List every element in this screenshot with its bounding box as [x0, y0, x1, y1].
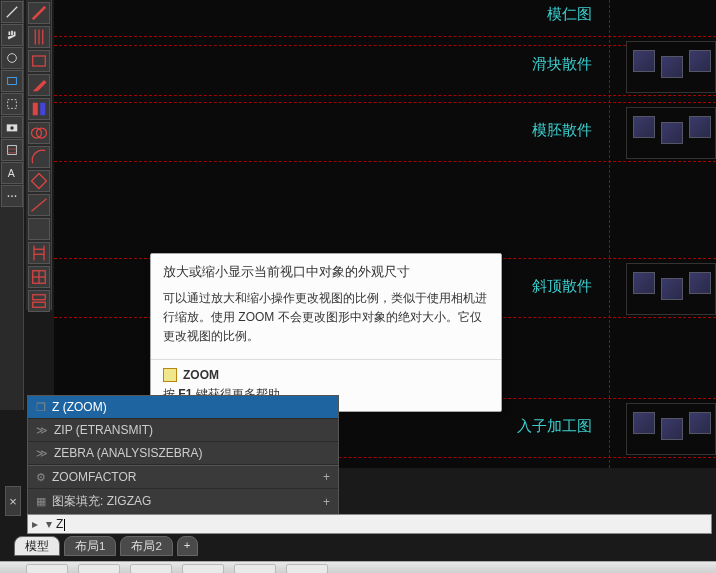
taskbar-item[interactable]	[182, 564, 224, 573]
svg-point-11	[11, 195, 13, 197]
svg-point-10	[8, 195, 10, 197]
cmd-dropdown-icon[interactable]: ▾	[42, 517, 56, 531]
svg-rect-18	[33, 103, 38, 116]
layout-tabs: 模型布局1布局2+	[14, 536, 198, 556]
section-label: 入子加工图	[517, 417, 592, 436]
tool2-pencil[interactable]	[28, 74, 50, 96]
tooltip-title: 放大或缩小显示当前视口中对象的外观尺寸	[151, 254, 501, 289]
layout-tab[interactable]: 布局1	[64, 536, 116, 556]
secondary-toolbar	[26, 0, 52, 310]
svg-text:A: A	[8, 167, 15, 179]
svg-rect-17	[33, 56, 46, 66]
hatch-icon: ▦	[36, 495, 46, 508]
chev-icon: ≫	[36, 424, 48, 437]
section-label: 模仁图	[547, 5, 592, 24]
svg-point-5	[10, 126, 14, 130]
tooltip-body: 可以通过放大和缩小操作更改视图的比例，类似于使用相机进行缩放。使用 ZOOM 不…	[151, 289, 501, 359]
tool-rect[interactable]	[1, 70, 23, 92]
layout-tab[interactable]: 布局2	[120, 536, 172, 556]
tool2-circles[interactable]	[28, 122, 50, 144]
autocomplete-label: Z (ZOOM)	[52, 400, 107, 414]
autocomplete-label: ZIP (ETRANSMIT)	[54, 423, 153, 437]
taskbar-item[interactable]	[26, 564, 68, 573]
command-tooltip: 放大或缩小显示当前视口中对象的外观尺寸 可以通过放大和缩小操作更改视图的比例，类…	[150, 253, 502, 412]
autocomplete-item[interactable]: ❒Z (ZOOM)	[28, 396, 338, 419]
close-icon: ×	[9, 494, 17, 509]
tool2-bars[interactable]	[28, 98, 50, 120]
autocomplete-item[interactable]: ⚙ZOOMFACTOR+	[28, 466, 338, 489]
tool-crop[interactable]	[1, 93, 23, 115]
taskbar-item[interactable]	[78, 564, 120, 573]
tool2-none[interactable]	[28, 218, 50, 240]
tool-hatch[interactable]	[1, 139, 23, 161]
tool-camera[interactable]	[1, 116, 23, 138]
expand-icon[interactable]: +	[323, 470, 330, 484]
chev-icon: ≫	[36, 447, 48, 460]
panel-close-handle[interactable]: ×	[5, 486, 21, 516]
svg-rect-3	[8, 100, 17, 109]
tool-hand[interactable]	[1, 24, 23, 46]
autocomplete-item[interactable]: ▦图案填充: ZIGZAG+	[28, 489, 338, 515]
zoom-command-icon	[163, 368, 177, 382]
svg-line-13	[33, 7, 46, 20]
cmd-prompt-icon: ▸	[28, 517, 42, 531]
svg-point-12	[15, 195, 17, 197]
section-label: 模胚散件	[532, 121, 592, 140]
command-autocomplete: ❒Z (ZOOM)≫ZIP (ETRANSMIT)≫ZEBRA (ANALYSI…	[27, 395, 339, 516]
layout-tab[interactable]: 模型	[14, 536, 60, 556]
os-taskbar	[0, 561, 716, 573]
drawing-section: 模胚散件	[54, 102, 716, 162]
section-label: 滑块散件	[532, 55, 592, 74]
svg-rect-30	[33, 295, 46, 300]
command-line[interactable]: ▸ ▾ Z	[27, 514, 712, 534]
autocomplete-label: ZEBRA (ANALYSISZEBRA)	[54, 446, 202, 460]
tool2-diamond[interactable]	[28, 170, 50, 192]
svg-point-1	[8, 54, 17, 63]
cmd-caret	[64, 519, 65, 531]
tool2-diag[interactable]	[28, 2, 50, 24]
drawing-thumbnail	[626, 41, 716, 93]
cube-icon: ❒	[36, 401, 46, 414]
svg-line-22	[32, 199, 47, 212]
tooltip-command: ZOOM	[183, 368, 219, 382]
drawing-thumbnail	[626, 403, 716, 455]
tool-line[interactable]	[1, 1, 23, 23]
tool2-vlines[interactable]	[28, 26, 50, 48]
tool2-bolt[interactable]	[28, 194, 50, 216]
tool-text[interactable]: A	[1, 162, 23, 184]
svg-rect-19	[40, 103, 45, 116]
cmd-text: Z	[56, 517, 63, 531]
tool2-arc[interactable]	[28, 146, 50, 168]
tool2-grid[interactable]	[28, 266, 50, 288]
taskbar-item[interactable]	[234, 564, 276, 573]
drawing-section: 滑块散件	[54, 36, 716, 96]
tool2-ladder[interactable]	[28, 242, 50, 264]
drawing-thumbnail	[626, 263, 716, 315]
section-label: 斜顶散件	[532, 277, 592, 296]
tool2-stack[interactable]	[28, 290, 50, 312]
tool-more[interactable]	[1, 185, 23, 207]
svg-line-0	[7, 7, 18, 18]
tool-circle[interactable]	[1, 47, 23, 69]
expand-icon[interactable]: +	[323, 495, 330, 509]
tool2-rect-red[interactable]	[28, 50, 50, 72]
var-icon: ⚙	[36, 471, 46, 484]
autocomplete-item[interactable]: ≫ZIP (ETRANSMIT)	[28, 419, 338, 442]
autocomplete-label: 图案填充: ZIGZAG	[52, 493, 151, 510]
add-tab-button[interactable]: +	[177, 536, 198, 556]
primary-toolbar: A	[0, 0, 24, 410]
taskbar-item[interactable]	[286, 564, 328, 573]
drawing-thumbnail	[626, 107, 716, 159]
taskbar-item[interactable]	[130, 564, 172, 573]
svg-rect-2	[8, 78, 17, 85]
autocomplete-item[interactable]: ≫ZEBRA (ANALYSISZEBRA)	[28, 442, 338, 465]
autocomplete-label: ZOOMFACTOR	[52, 470, 136, 484]
svg-rect-31	[33, 302, 46, 307]
